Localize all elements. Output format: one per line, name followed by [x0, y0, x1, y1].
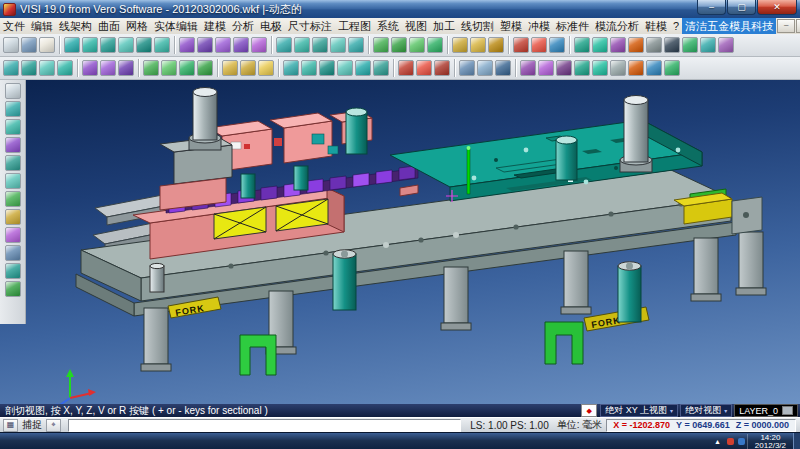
toolbar-icon[interactable] — [646, 37, 662, 53]
toolbar-icon[interactable] — [179, 37, 195, 53]
toolbar-icon[interactable] — [5, 245, 21, 261]
minimize-button[interactable]: – — [697, 0, 726, 15]
toolbar-icon[interactable] — [39, 37, 55, 53]
menu-item[interactable]: 视图 — [402, 18, 430, 34]
toolbar-icon[interactable] — [452, 37, 468, 53]
toolbar-icon[interactable] — [294, 37, 310, 53]
toolbar-icon[interactable] — [495, 60, 511, 76]
menu-item[interactable]: 文件 — [0, 18, 28, 34]
snap-toggle-icon[interactable]: ⌖ — [46, 419, 61, 432]
toolbar-icon[interactable] — [409, 37, 425, 53]
toolbar-icon[interactable] — [470, 37, 486, 53]
toolbar-icon[interactable] — [337, 60, 353, 76]
menu-item-highlight[interactable]: 清洁五金模具科技 — [682, 18, 776, 34]
toolbar-icon[interactable] — [100, 37, 116, 53]
toolbar-icon[interactable] — [57, 60, 73, 76]
grid-toggle-icon[interactable]: ▦ — [3, 419, 18, 432]
toolbar-icon[interactable] — [240, 60, 256, 76]
toolbar-icon[interactable] — [700, 37, 716, 53]
toolbar-icon[interactable] — [3, 37, 19, 53]
toolbar-icon[interactable] — [5, 227, 21, 243]
viewport-3d[interactable]: FORK FORK — [0, 80, 800, 404]
menu-item[interactable]: 线切割 — [458, 18, 497, 34]
view-selector-absolute-xy[interactable]: 绝对 XY 上视图 ▾ — [600, 404, 678, 417]
show-desktop-button[interactable] — [793, 433, 800, 449]
toolbar-icon[interactable] — [538, 60, 554, 76]
spring-cylinder-top[interactable] — [346, 108, 367, 154]
view-selector-absolute[interactable]: 绝对视图 ▾ — [680, 404, 732, 417]
toolbar-icon[interactable] — [718, 37, 734, 53]
toolbar-icon[interactable] — [348, 37, 364, 53]
prompt-marker-icon[interactable]: ◆ — [581, 404, 597, 417]
status-message-field[interactable] — [68, 419, 461, 432]
toolbar-icon[interactable] — [5, 83, 21, 99]
toolbar-icon[interactable] — [64, 37, 80, 53]
toolbar-icon[interactable] — [233, 37, 249, 53]
toolbar-icon[interactable] — [592, 60, 608, 76]
maximize-button[interactable]: ▢ — [727, 0, 756, 15]
menu-item[interactable]: 标准件 — [553, 18, 592, 34]
toolbar-icon[interactable] — [154, 37, 170, 53]
toolbar-icon[interactable] — [5, 137, 21, 153]
toolbar-icon[interactable] — [556, 60, 572, 76]
toolbar-icon[interactable] — [21, 60, 37, 76]
toolbar-icon[interactable] — [5, 155, 21, 171]
toolbar-icon[interactable] — [646, 60, 662, 76]
toolbar-icon[interactable] — [434, 60, 450, 76]
toolbar-icon[interactable] — [574, 37, 590, 53]
tray-icon[interactable] — [738, 438, 745, 445]
toolbar-icon[interactable] — [549, 37, 565, 53]
toolbar-icon[interactable] — [319, 60, 335, 76]
toolbar-icon[interactable] — [355, 60, 371, 76]
menu-item[interactable]: 工程图 — [335, 18, 374, 34]
toolbar-icon[interactable] — [197, 37, 213, 53]
toolbar-icon[interactable] — [301, 60, 317, 76]
toolbar-icon[interactable] — [258, 60, 274, 76]
toolbar-icon[interactable] — [179, 60, 195, 76]
toolbar-icon[interactable] — [118, 37, 134, 53]
toolbar-icon[interactable] — [82, 37, 98, 53]
spring-cylinder-plate[interactable] — [556, 136, 577, 180]
toolbar-icon[interactable] — [100, 60, 116, 76]
toolbar-icon[interactable] — [398, 60, 414, 76]
toolbar-icon[interactable] — [628, 37, 644, 53]
menu-item[interactable]: 实体编辑 — [151, 18, 201, 34]
toolbar-icon[interactable] — [373, 37, 389, 53]
toolbar-icon[interactable] — [5, 119, 21, 135]
toolbar-icon[interactable] — [610, 60, 626, 76]
menu-item[interactable]: 模流分析 — [592, 18, 642, 34]
menu-item[interactable]: 分析 — [229, 18, 257, 34]
toolbar-icon[interactable] — [283, 60, 299, 76]
toolbar-icon[interactable] — [5, 281, 21, 297]
toolbar-icon[interactable] — [574, 60, 590, 76]
guide-post-right[interactable] — [620, 96, 652, 173]
menu-item[interactable]: 线架构 — [56, 18, 95, 34]
toolbar-icon[interactable] — [520, 60, 536, 76]
toolbar-icon[interactable] — [21, 37, 37, 53]
toolbar-icon[interactable] — [330, 37, 346, 53]
toolbar-icon[interactable] — [373, 60, 389, 76]
toolbar-icon[interactable] — [82, 60, 98, 76]
close-button[interactable]: ✕ — [757, 0, 797, 15]
toolbar-icon[interactable] — [459, 60, 475, 76]
toolbar-icon[interactable] — [222, 60, 238, 76]
cad-model-canvas[interactable]: FORK FORK — [26, 80, 800, 404]
toolbar-icon[interactable] — [513, 37, 529, 53]
toolbar-icon[interactable] — [664, 37, 680, 53]
toolbar-icon[interactable] — [488, 37, 504, 53]
menu-item[interactable]: 网格 — [123, 18, 151, 34]
menu-item[interactable]: 建模 — [201, 18, 229, 34]
toolbar-icon[interactable] — [215, 37, 231, 53]
guide-post-left[interactable] — [160, 88, 232, 211]
menu-item[interactable]: ? — [670, 18, 682, 34]
menu-item[interactable]: 尺寸标注 — [285, 18, 335, 34]
menu-item[interactable]: 电极 — [257, 18, 285, 34]
toolbar-icon[interactable] — [477, 60, 493, 76]
toolbar-icon[interactable] — [136, 37, 152, 53]
toolbar-icon[interactable] — [5, 101, 21, 117]
toolbar-icon[interactable] — [5, 173, 21, 189]
mdi-restore-button[interactable]: ❐ — [796, 19, 800, 33]
toolbar-icon[interactable] — [161, 60, 177, 76]
toolbar-icon[interactable] — [531, 37, 547, 53]
menu-item[interactable]: 系统 — [374, 18, 402, 34]
